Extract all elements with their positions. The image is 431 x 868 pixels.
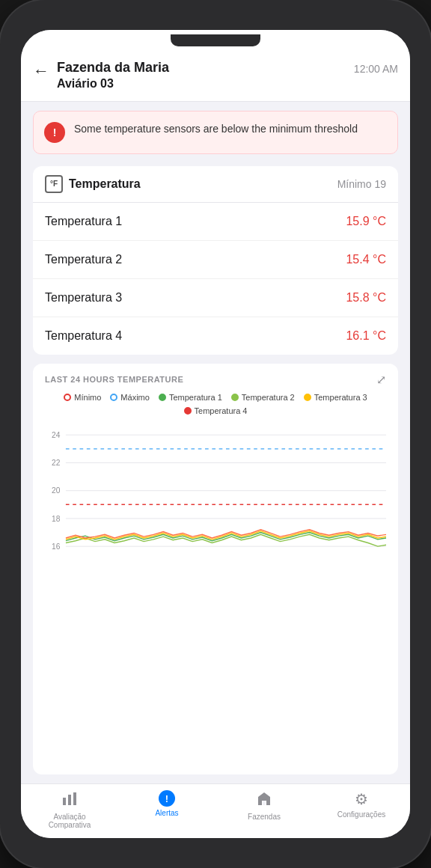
legend-label-minimo: Mínimo [74,393,101,402]
header-title: Fazenda da Maria Aviário 03 [57,60,169,91]
legend-label-temp1: Temperatura 1 [169,393,222,402]
svg-text:18: 18 [52,514,61,522]
legend-label-temp3: Temperatura 3 [314,393,367,402]
phone-screen: ← Fazenda da Maria Aviário 03 12:00 AM !… [21,30,410,838]
alert-error-icon: ! [44,122,65,143]
nav-item-avaliacao[interactable]: AvaliaçãoComparativa [21,790,118,829]
svg-text:24: 24 [52,431,61,439]
legend-label-temp4: Temperatura 4 [195,406,248,415]
legend-minimo: Mínimo [64,393,101,402]
legend-dot-temp1 [159,394,166,401]
chart-card: LAST 24 HOURS TEMPERATURE ⤢ Mínimo Máxim… [33,364,398,774]
sensor-value-4: 16.1 °C [346,329,386,343]
sensor-card: °F Temperatura Mínimo 19 Temperatura 1 1… [33,166,398,355]
legend-label-temp2: Temperatura 2 [242,393,295,402]
sensor-minimo-label: Mínimo 19 [337,178,386,190]
legend-temp1: Temperatura 1 [159,393,222,402]
status-notch [171,34,260,46]
bottom-nav: AvaliaçãoComparativa ! Alertas Fazendas … [21,783,410,838]
nav-label-fazendas: Fazendas [248,813,281,821]
legend-maximo: Máximo [110,393,150,402]
legend-dot-maximo [110,394,117,401]
legend-dot-temp2 [231,394,239,401]
svg-text:20: 20 [52,486,61,495]
sensor-card-header-left: °F Temperatura [45,175,141,193]
chart-legend: Mínimo Máximo Temperatura 1 Temperatura … [33,393,398,423]
alert-message: Some temperature sensors are below the m… [74,122,358,137]
sensor-value-3: 15.8 °C [346,291,386,305]
svg-text:16: 16 [52,542,61,551]
nav-item-configuracoes[interactable]: ⚙ Configurações [313,790,410,829]
alert-banner: ! Some temperature sensors are below the… [33,111,398,154]
sensor-row-2: Temperatura 2 15.4 °C [33,241,398,279]
svg-rect-13 [68,795,71,805]
legend-dot-temp3 [304,394,311,401]
sensor-name-4: Temperatura 4 [45,329,122,343]
svg-rect-15 [263,801,266,805]
legend-temp4: Temperatura 4 [184,406,248,415]
chart-expand-button[interactable]: ⤢ [376,373,386,387]
sensor-value-2: 15.4 °C [346,253,386,266]
legend-dot-minimo [64,394,71,401]
sensor-row-4: Temperatura 4 16.1 °C [33,317,398,355]
nav-label-configuracoes: Configurações [337,810,385,819]
temperature-icon: °F [45,175,63,193]
chart-svg: 24 22 20 18 16 [45,423,386,572]
nav-label-avaliacao: AvaliaçãoComparativa [49,813,91,829]
sensor-value-1: 15.9 °C [346,215,386,228]
header: ← Fazenda da Maria Aviário 03 12:00 AM [21,51,410,102]
svg-text:22: 22 [52,459,61,467]
nav-label-alertas: Alertas [155,809,178,817]
svg-rect-12 [63,798,66,805]
chart-title: LAST 24 HOURS TEMPERATURE [45,375,183,384]
back-button[interactable]: ← [33,61,49,81]
nav-alert-icon: ! [159,790,175,807]
sensor-section-title: Temperatura [69,177,141,191]
sensor-row-1: Temperatura 1 15.9 °C [33,203,398,241]
sensor-card-header: °F Temperatura Mínimo 19 [33,166,398,203]
status-bar [21,30,410,51]
legend-dot-temp4 [184,407,192,415]
chart-header: LAST 24 HOURS TEMPERATURE ⤢ [33,364,398,393]
farm-name: Fazenda da Maria [57,60,169,76]
svg-rect-14 [73,792,76,805]
sensor-row-3: Temperatura 3 15.8 °C [33,279,398,317]
sensor-name-1: Temperatura 1 [45,215,122,228]
sensor-name-2: Temperatura 2 [45,253,122,266]
legend-temp3: Temperatura 3 [304,393,367,402]
nav-item-fazendas[interactable]: Fazendas [216,790,313,829]
nav-icon-avaliacao [61,790,78,810]
nav-icon-configuracoes: ⚙ [355,790,368,808]
legend-label-maximo: Máximo [120,393,150,402]
legend-temp2: Temperatura 2 [231,393,295,402]
aviary-name: Aviário 03 [57,76,169,91]
nav-item-alertas[interactable]: ! Alertas [118,790,216,829]
sensor-name-3: Temperatura 3 [45,291,122,305]
nav-icon-fazendas [256,790,272,810]
chart-area: 24 22 20 18 16 [33,423,398,583]
header-time: 12:00 AM [354,63,398,75]
phone-shell: ← Fazenda da Maria Aviário 03 12:00 AM !… [0,0,431,868]
header-left: ← Fazenda da Maria Aviário 03 [33,60,169,91]
